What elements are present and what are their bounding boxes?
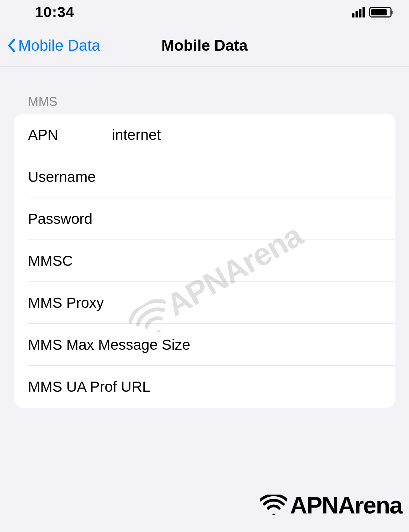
mms-max-size-input[interactable] <box>190 336 381 353</box>
setting-row-mms-max-size[interactable]: MMS Max Message Size <box>14 324 395 366</box>
back-label: Mobile Data <box>18 37 100 54</box>
setting-row-username[interactable]: Username <box>14 156 395 198</box>
setting-row-mms-proxy[interactable]: MMS Proxy <box>14 282 395 324</box>
navigation-bar: Mobile Data Mobile Data <box>0 24 409 66</box>
section-header-mms: MMS <box>0 94 409 114</box>
password-input[interactable] <box>112 211 381 227</box>
mms-proxy-input[interactable] <box>104 295 381 311</box>
brand-text: APNArena <box>290 491 402 519</box>
cellular-signal-icon <box>352 7 365 17</box>
setting-row-apn[interactable]: APN <box>14 114 395 156</box>
back-button[interactable]: Mobile Data <box>0 37 100 54</box>
setting-label-mmsc: MMSC <box>28 253 112 269</box>
setting-row-mms-ua-prof[interactable]: MMS UA Prof URL <box>14 366 395 408</box>
setting-label-mms-ua-prof: MMS UA Prof URL <box>28 378 150 395</box>
username-input[interactable] <box>112 169 381 185</box>
setting-row-password[interactable]: Password <box>14 198 395 240</box>
setting-label-username: Username <box>28 169 112 185</box>
status-time: 10:34 <box>35 4 74 21</box>
brand-logo: APNArena <box>260 491 402 519</box>
content: MMS APN Username Password MMSC MMS Proxy… <box>0 66 409 408</box>
mms-ua-prof-input[interactable] <box>150 378 381 395</box>
battery-icon <box>369 7 392 17</box>
status-icons <box>352 7 392 17</box>
status-bar: 10:34 <box>0 0 409 24</box>
setting-row-mmsc[interactable]: MMSC <box>14 240 395 282</box>
setting-label-mms-proxy: MMS Proxy <box>28 295 104 311</box>
chevron-left-icon <box>7 38 15 52</box>
settings-group-mms: APN Username Password MMSC MMS Proxy MMS… <box>14 114 395 408</box>
mmsc-input[interactable] <box>112 253 381 269</box>
apn-input[interactable] <box>112 127 381 143</box>
wifi-icon <box>260 495 287 516</box>
setting-label-apn: APN <box>28 127 112 143</box>
setting-label-password: Password <box>28 211 112 227</box>
setting-label-mms-max-size: MMS Max Message Size <box>28 336 190 353</box>
